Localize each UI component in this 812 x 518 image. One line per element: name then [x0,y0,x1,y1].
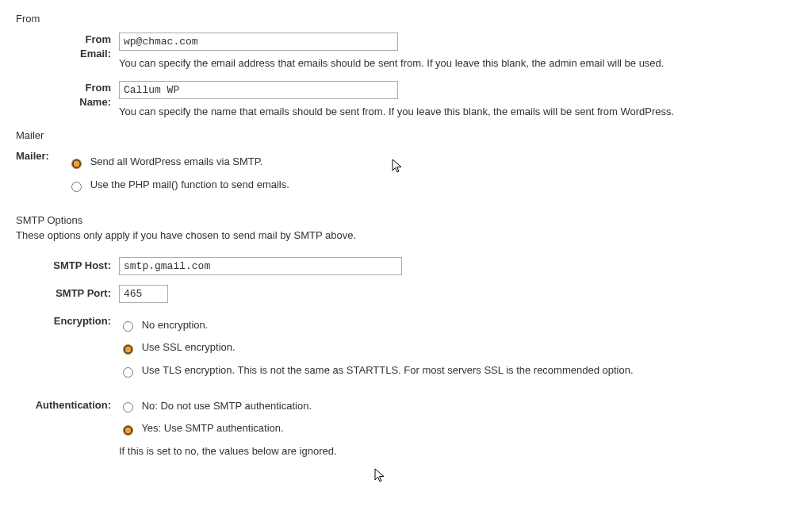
auth-radio-yes[interactable] [123,425,133,436]
cursor-icon [374,468,387,472]
from-email-label: From Email: [80,33,111,60]
smtp-host-label: SMTP Host: [16,252,119,280]
from-name-label: From Name: [79,81,111,109]
encryption-option-tls[interactable]: Use TLS encryption. This is not the same… [119,361,796,381]
from-email-desc: You can specify the email address that e… [119,56,737,71]
encryption-option-none[interactable]: No encryption. [119,316,796,336]
encryption-label: Encryption: [16,308,119,389]
smtp-host-input[interactable] [119,257,402,275]
encryption-option-ssl[interactable]: Use SSL encryption. [119,338,796,358]
auth-label: Authentication: [16,389,119,465]
mailer-legend: Mailer [16,129,796,141]
smtp-port-label: SMTP Port: [16,280,119,308]
encryption-radio-none[interactable] [123,321,133,332]
from-email-input[interactable] [119,33,398,51]
mailer-radio-smtp[interactable] [71,159,82,169]
mailer-radio-php[interactable] [71,182,82,192]
encryption-radio-ssl[interactable] [123,344,133,355]
from-name-desc: You can specify the name that emails sho… [119,104,737,120]
smtp-legend: SMTP Options [16,214,796,226]
auth-hint: If this is set to no, the values below a… [119,443,737,459]
smtp-note: These options only apply if you have cho… [16,229,796,241]
auth-option-no[interactable]: No: Do not use SMTP authentication. [119,397,796,416]
from-legend: From [16,13,796,25]
mailer-option-php[interactable]: Use the PHP mail() function to send emai… [67,175,796,195]
from-name-input[interactable] [119,81,398,99]
auth-radio-no[interactable] [123,402,133,412]
auth-option-yes[interactable]: Yes: Use SMTP authentication. [119,419,796,439]
encryption-radio-tls[interactable] [123,367,133,378]
mailer-label: Mailer: [16,144,67,202]
smtp-port-input[interactable] [119,285,168,303]
mailer-option-smtp[interactable]: Send all WordPress emails via SMTP. [67,152,796,172]
